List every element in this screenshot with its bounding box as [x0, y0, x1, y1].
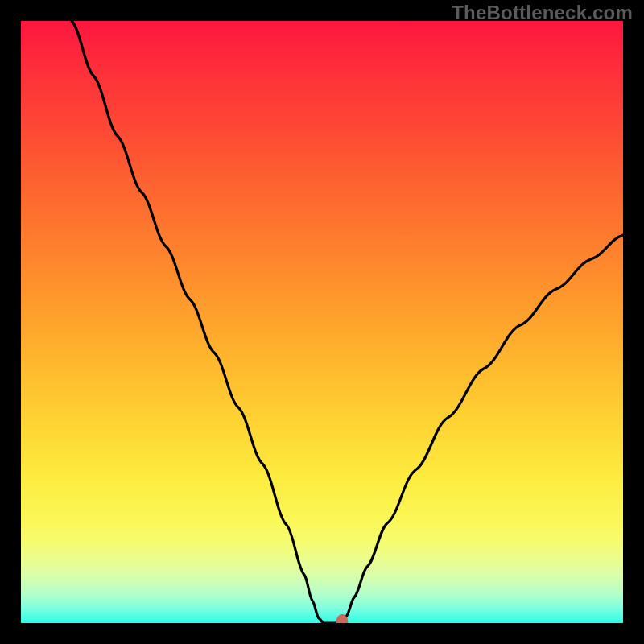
- curve-path: [72, 21, 623, 623]
- watermark-text: TheBottleneck.com: [452, 2, 633, 24]
- plot-area: [21, 21, 623, 623]
- chart-frame: TheBottleneck.com: [0, 0, 644, 644]
- bottleneck-curve: [21, 21, 623, 623]
